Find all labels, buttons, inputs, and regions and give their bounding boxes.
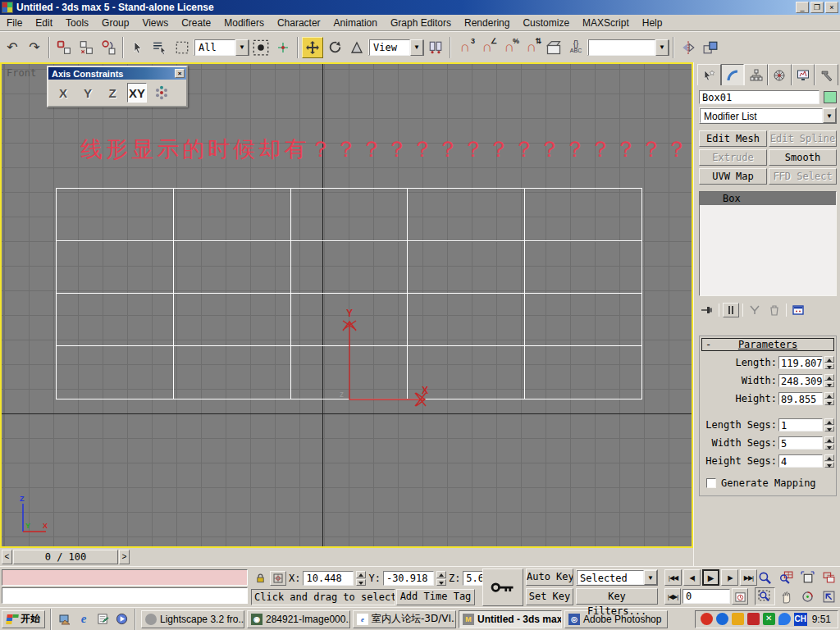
chevron-down-icon[interactable]: ▼: [644, 570, 657, 585]
configure-modifier-sets-icon[interactable]: [790, 303, 806, 317]
menu-graph-editors[interactable]: Graph Editors: [384, 16, 458, 30]
select-and-manipulate-icon[interactable]: [272, 37, 294, 58]
align-icon[interactable]: [700, 37, 721, 58]
chevron-down-icon[interactable]: ▼: [410, 39, 423, 56]
motion-tab-icon[interactable]: [768, 64, 792, 85]
snap-toggle-3d-icon[interactable]: ∩3: [454, 37, 476, 58]
key-mode-toggle-icon[interactable]: |◀▶|: [664, 588, 681, 605]
menu-tools[interactable]: Tools: [59, 16, 95, 30]
media-player-icon[interactable]: [113, 611, 130, 628]
reference-coordinate-system-dropdown[interactable]: View ▼: [368, 39, 424, 56]
menu-maxscript[interactable]: MAXScript: [576, 16, 636, 30]
redo-icon[interactable]: ↷: [24, 37, 45, 58]
add-time-tag-button[interactable]: Add Time Tag: [396, 589, 475, 605]
spinner-snap-icon[interactable]: ∩⇅: [521, 37, 542, 58]
task-forum-browser[interactable]: e 室内人论坛-3D/VI...: [353, 610, 456, 628]
show-desktop-icon[interactable]: [57, 611, 73, 628]
task-image-viewer[interactable]: ◉ 284921-Image000...: [247, 610, 350, 628]
select-by-name-icon[interactable]: [149, 37, 171, 58]
zoom-extents-icon[interactable]: [797, 568, 818, 587]
next-frame-icon[interactable]: |▶: [721, 569, 738, 586]
chevron-down-icon[interactable]: ▼: [235, 39, 249, 56]
percent-snap-icon[interactable]: ∩%: [499, 37, 520, 58]
tray-volume-icon[interactable]: [732, 613, 744, 625]
select-and-scale-icon[interactable]: [346, 37, 368, 58]
rectangular-selection-region-icon[interactable]: [171, 37, 193, 58]
current-frame-field[interactable]: 0: [682, 589, 730, 604]
key-filters-button[interactable]: Key Filters...: [576, 588, 658, 605]
use-pivot-point-center-icon[interactable]: [425, 37, 446, 58]
utilities-tab-icon[interactable]: [815, 64, 838, 85]
zoom-icon[interactable]: [755, 568, 775, 587]
restrict-y-button[interactable]: Y: [78, 83, 98, 103]
previous-frame-arrow-icon[interactable]: <: [2, 550, 12, 564]
auto-key-button[interactable]: Auto Key: [526, 568, 573, 586]
axis-constraints-titlebar[interactable]: Axis Constraints ×: [48, 67, 186, 80]
tray-antivirus-shield-icon[interactable]: [747, 613, 760, 625]
edit-named-selections-icon[interactable]: {}ABC: [565, 37, 587, 58]
bind-to-space-warp-icon[interactable]: [98, 37, 119, 58]
named-selection-sets-dropdown[interactable]: ▼: [587, 39, 669, 56]
modifier-list-dropdown[interactable]: Modifier List ▼: [699, 107, 837, 124]
axis-constraints-window[interactable]: Axis Constraints × X Y Z XY: [47, 66, 188, 107]
select-and-link-icon[interactable]: [53, 37, 75, 58]
ffd-select-button[interactable]: FFD Select: [769, 168, 837, 185]
show-end-result-icon[interactable]: [723, 303, 739, 317]
menu-create[interactable]: Create: [175, 16, 217, 30]
menu-group[interactable]: Group: [95, 16, 135, 30]
length-segs-field[interactable]: 1: [778, 418, 823, 431]
create-tab-icon[interactable]: [697, 64, 721, 85]
min-max-toggle-icon[interactable]: [819, 587, 839, 605]
edit-spline-button[interactable]: Edit Spline: [769, 130, 837, 147]
generate-mapping-checkbox[interactable]: [706, 478, 716, 488]
width-field[interactable]: 248.309: [778, 374, 823, 387]
angle-snap-icon[interactable]: ∩∠: [477, 37, 498, 58]
y-coordinate-field[interactable]: -30.918: [383, 571, 434, 586]
restrict-x-button[interactable]: X: [53, 83, 73, 103]
menu-animation[interactable]: Animation: [327, 16, 384, 30]
maxscript-mini-listener[interactable]: [2, 587, 248, 604]
chevron-down-icon[interactable]: ▼: [823, 108, 836, 123]
set-key-button[interactable]: Set Key: [526, 588, 573, 605]
uvw-map-button[interactable]: UVW Map: [699, 168, 767, 185]
height-segs-field[interactable]: 4: [778, 454, 823, 468]
menu-modifiers[interactable]: Modifiers: [217, 16, 271, 30]
select-and-rotate-icon[interactable]: [324, 37, 345, 58]
edit-mesh-button[interactable]: Edit Mesh: [699, 130, 767, 147]
mail-icon[interactable]: [94, 611, 111, 628]
task-lightscape[interactable]: Lightscape 3.2 fro...: [141, 610, 244, 628]
extrude-button[interactable]: Extrude: [699, 149, 767, 166]
go-to-start-icon[interactable]: |◀◀: [664, 569, 682, 586]
close-icon[interactable]: ×: [825, 2, 838, 13]
tray-messenger-icon[interactable]: [716, 613, 728, 625]
arc-rotate-icon[interactable]: [797, 587, 818, 605]
named-selections-icon[interactable]: [543, 37, 564, 58]
selection-filter-dropdown[interactable]: All ▼: [194, 39, 249, 56]
zoom-all-icon[interactable]: [776, 568, 797, 587]
time-slider-track[interactable]: [130, 550, 692, 564]
menu-rendering[interactable]: Rendering: [458, 16, 516, 30]
front-viewport[interactable]: Front 线形显示的时候却有？？？？？？？？？？？？？？？: [0, 62, 693, 548]
set-key-mode-button[interactable]: [482, 568, 523, 606]
tray-mute-icon[interactable]: [701, 613, 713, 625]
minimize-icon[interactable]: _: [796, 2, 809, 13]
smooth-button[interactable]: Smooth: [769, 149, 837, 166]
move-gizmo[interactable]: [343, 321, 426, 406]
parameters-rollout-header[interactable]: - Parameters: [701, 338, 834, 351]
menu-character[interactable]: Character: [271, 16, 327, 30]
mirror-icon[interactable]: [678, 37, 699, 58]
region-zoom-icon[interactable]: [755, 587, 775, 605]
next-frame-arrow-icon[interactable]: >: [119, 550, 130, 564]
input-language-indicator[interactable]: CH: [794, 613, 807, 626]
height-field[interactable]: 89.855: [778, 392, 823, 405]
modify-tab-icon[interactable]: [721, 64, 745, 85]
unlink-selection-icon[interactable]: [75, 37, 97, 58]
object-color-swatch[interactable]: [824, 91, 837, 103]
menu-customize[interactable]: Customize: [516, 16, 576, 30]
x-coordinate-field[interactable]: 10.448: [303, 571, 354, 586]
previous-frame-icon[interactable]: ◀|: [683, 569, 701, 586]
width-segs-field[interactable]: 5: [778, 436, 823, 450]
stack-item-box[interactable]: Box: [700, 192, 836, 205]
y-spinner[interactable]: [436, 571, 446, 586]
restore-icon[interactable]: ❐: [810, 2, 824, 13]
